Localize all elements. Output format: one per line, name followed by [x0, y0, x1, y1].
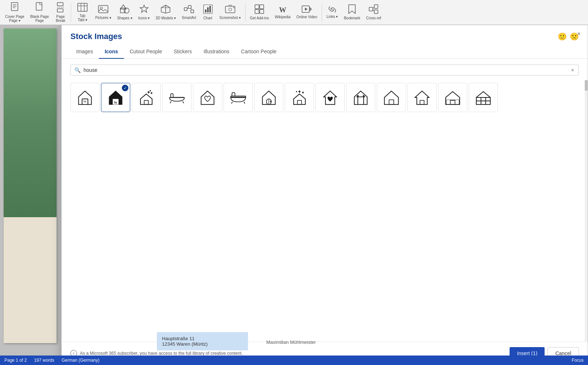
icon-house-percent[interactable]: % — [70, 83, 100, 112]
chart-icon — [203, 4, 213, 15]
svg-rect-34 — [260, 5, 264, 9]
svg-rect-12 — [98, 5, 108, 13]
toolbar-smartart[interactable]: SmartArt — [179, 3, 198, 21]
pictures-icon — [98, 5, 108, 15]
tab-cutout-people[interactable]: Cutout People — [124, 45, 168, 59]
icon-house-grid[interactable] — [469, 83, 498, 112]
icon-house-sparkle-outline[interactable] — [285, 83, 314, 112]
address-box: Hauptstraße 11 12345 Waren (Müritz) — [157, 332, 248, 350]
status-bar-right: Focus — [572, 358, 584, 363]
recipient-name: Maximilian Mühlmeister — [266, 339, 316, 345]
icon-house-column[interactable] — [346, 83, 375, 112]
status-focus[interactable]: Focus — [572, 358, 584, 363]
toolbar-table-label: Tab — [80, 14, 85, 18]
toolbar-screenshot-label: Screenshot ▾ — [220, 16, 241, 20]
svg-marker-92 — [415, 91, 429, 104]
toolbar-blank-page[interactable]: Blank Page Page — [28, 1, 51, 24]
smiley-happy-icon[interactable]: 🙂 — [558, 32, 567, 41]
toolbar-cover-page-label: Cover Page — [5, 15, 24, 19]
dialog-close-button[interactable]: × — [574, 29, 584, 39]
footer-note-text: As a Microsoft 365 subscriber, you have … — [80, 351, 243, 356]
toolbar-online-video-label: Online Video — [297, 15, 317, 19]
toolbar-wikipedia[interactable]: W Wikipedia — [272, 4, 293, 20]
search-input[interactable] — [84, 67, 568, 73]
tab-cartoon-people[interactable]: Cartoon People — [235, 45, 282, 59]
toolbar-screenshot[interactable]: Screenshot ▾ — [217, 3, 243, 21]
tab-icons[interactable]: Icons — [99, 45, 124, 59]
toolbar-pictures[interactable]: Pictures ▾ — [93, 3, 113, 21]
svg-rect-76 — [297, 100, 301, 104]
search-clear-button[interactable]: × — [570, 67, 575, 73]
icon-house-modern[interactable] — [438, 83, 467, 112]
toolbar-3d[interactable]: 3D Models ▾ — [154, 3, 178, 22]
icon-bathtub[interactable] — [162, 83, 192, 112]
svg-marker-41 — [349, 5, 355, 14]
toolbar-blank-page-label: Blank Page — [30, 15, 49, 19]
svg-rect-93 — [420, 100, 424, 104]
svg-rect-29 — [209, 6, 211, 12]
svg-rect-23 — [191, 10, 194, 13]
scroll-thumb[interactable] — [585, 80, 588, 91]
icons-icon — [139, 4, 149, 15]
addins-icon — [255, 4, 264, 15]
toolbar-cover-page[interactable]: Cover Page Page ▾ — [3, 1, 27, 24]
svg-point-31 — [229, 8, 232, 11]
icon-house-simple[interactable] — [377, 83, 406, 112]
blank-page-icon — [35, 2, 43, 14]
icon-house-sparkle[interactable] — [132, 83, 161, 112]
svg-rect-6 — [57, 9, 63, 12]
icon-house-heart-outline[interactable] — [316, 83, 345, 112]
svg-line-65 — [170, 101, 171, 103]
toolbar-online-video[interactable]: Online Video — [294, 4, 320, 20]
dialog-content: % ✓ % — [62, 80, 588, 342]
svg-line-69 — [231, 102, 232, 104]
toolbar-sep-3 — [322, 3, 322, 22]
tab-stickers[interactable]: Stickers — [168, 45, 198, 59]
svg-rect-57 — [144, 100, 148, 104]
svg-line-40 — [331, 9, 334, 10]
toolbar-links[interactable]: Links ▾ — [324, 4, 340, 20]
icon-house-percent-selected[interactable]: ✓ % — [101, 83, 130, 112]
svg-marker-90 — [384, 91, 398, 104]
icon-house-heart[interactable] — [193, 83, 222, 112]
toolbar-chart[interactable]: Chart — [200, 3, 216, 22]
icon-bathtub-outline[interactable] — [224, 83, 253, 112]
svg-rect-44 — [374, 10, 378, 14]
svg-marker-56 — [140, 94, 152, 104]
toolbar-addins-label: Get Add-ins — [250, 16, 269, 20]
screenshot-icon — [225, 5, 235, 15]
doc-page-image — [4, 28, 57, 343]
icon-house-door[interactable] — [254, 83, 283, 112]
toolbar-bookmark[interactable]: Bookmark — [342, 3, 363, 22]
svg-marker-75 — [294, 94, 305, 104]
search-box: 🔍 × — [70, 65, 579, 76]
toolbar-page-break-label: Page — [56, 15, 65, 19]
toolbar-table[interactable]: Tab Tabl ▾ — [73, 1, 92, 23]
svg-rect-30 — [225, 6, 235, 13]
status-page[interactable]: Page 1 of 2 — [4, 358, 27, 363]
status-words[interactable]: 197 words — [34, 358, 54, 363]
toolbar-sep-2 — [245, 3, 245, 22]
tab-images[interactable]: Images — [70, 45, 99, 59]
svg-marker-17 — [140, 5, 148, 12]
dialog-search-area: 🔍 × — [62, 59, 588, 80]
status-language[interactable]: German (Germany) — [62, 358, 100, 363]
toolbar-get-addins[interactable]: Get Add-ins — [248, 3, 271, 22]
toolbar-cross-ref[interactable]: Cross-ref — [364, 3, 383, 22]
icon-house-outline[interactable] — [407, 83, 437, 112]
toolbar-shapes[interactable]: Shapes ▾ — [115, 3, 135, 22]
toolbar-3d-label: 3D Models ▾ — [156, 16, 176, 20]
svg-line-70 — [244, 102, 245, 104]
svg-marker-39 — [305, 8, 307, 11]
toolbar-icons[interactable]: Icons ▾ — [136, 3, 152, 22]
tab-illustrations[interactable]: Illustrations — [198, 45, 235, 59]
toolbar-page-break[interactable]: Page Break — [53, 1, 69, 24]
svg-rect-8 — [78, 3, 87, 11]
scroll-track[interactable] — [585, 80, 588, 342]
dialog-tabs: Images Icons Cutout People Stickers Illu… — [62, 45, 588, 59]
toolbar-smartart-label: SmartArt — [182, 16, 196, 20]
doc-white-page — [4, 28, 57, 343]
toolbar-pictures-label: Pictures ▾ — [95, 16, 111, 20]
bookmark-icon — [348, 4, 356, 15]
cross-ref-icon — [369, 4, 378, 15]
